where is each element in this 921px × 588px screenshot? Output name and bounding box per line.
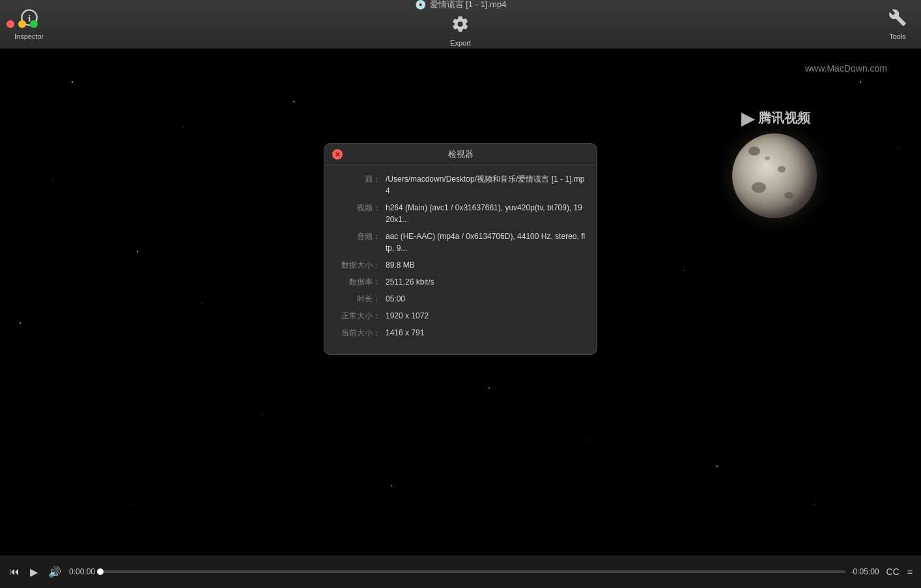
star xyxy=(716,466,718,467)
play-icon: ▶ xyxy=(741,107,756,129)
export-icon xyxy=(451,15,470,38)
data-size-row: 数据大小： 89.8 MB xyxy=(335,259,586,271)
export-label: Export xyxy=(450,39,471,47)
window-controls xyxy=(7,20,38,28)
normal-size-label: 正常大小： xyxy=(335,310,380,322)
toolbar-center: 💿 爱情谎言 [1 - 1].mp4 Export xyxy=(415,0,507,50)
audio-value: aac (HE-AAC) (mp4a / 0x6134706D), 44100 … xyxy=(386,231,586,254)
current-size-label: 当前大小： xyxy=(335,327,380,339)
star xyxy=(391,485,392,486)
duration-row: 时长： 05:00 xyxy=(335,293,586,305)
tencent-logo: ▶ 腾讯视频 xyxy=(741,107,810,129)
toolbar: i Inspector 💿 爱情谎言 [1 - 1].mp4 Export xyxy=(0,0,921,49)
inspector-label: Inspector xyxy=(14,33,44,40)
source-label: 源： xyxy=(335,173,380,197)
close-button[interactable] xyxy=(7,20,14,28)
star xyxy=(20,322,21,324)
dialog-title: 检视器 xyxy=(448,148,474,160)
star xyxy=(52,179,53,180)
star xyxy=(814,505,815,505)
current-size-value: 1416 x 791 xyxy=(386,327,424,339)
bitrate-label: 数据率： xyxy=(335,276,380,288)
bottom-bar: ⏮ ▶ 🔊 0:00:00 -0:05:00 CC ≡ xyxy=(0,555,921,588)
window-title: 爱情谎言 [1 - 1].mp4 xyxy=(430,0,507,10)
rewind-button[interactable]: ⏮ xyxy=(7,563,22,580)
remaining-time: -0:05:00 xyxy=(851,567,879,576)
maximize-button[interactable] xyxy=(30,20,38,28)
normal-size-row: 正常大小： 1920 x 1072 xyxy=(335,310,586,322)
star xyxy=(137,251,138,252)
video-area: ▶ 腾讯视频 ✕ 检视器 源： /Users/macdown/Desktop/视… xyxy=(0,49,921,555)
source-row: 源： /Users/macdown/Desktop/视频和音乐/爱情谎言 [1 … xyxy=(335,173,586,197)
star xyxy=(365,368,365,369)
audio-label: 音频： xyxy=(335,231,380,254)
tencent-text: 腾讯视频 xyxy=(758,109,810,127)
star xyxy=(72,81,73,83)
star xyxy=(182,127,183,128)
inspector-dialog: ✕ 检视器 源： /Users/macdown/Desktop/视频和音乐/爱情… xyxy=(324,143,597,355)
video-value: h264 (Main) (avc1 / 0x31637661), yuv420p… xyxy=(386,202,586,225)
video-label: 视频： xyxy=(335,202,380,225)
star xyxy=(293,101,294,102)
normal-size-value: 1920 x 1072 xyxy=(386,310,429,322)
export-button[interactable]: Export xyxy=(442,12,479,50)
chapters-button[interactable]: ≡ xyxy=(905,565,914,579)
dialog-close-button[interactable]: ✕ xyxy=(332,149,343,160)
subtitles-button[interactable]: CC xyxy=(885,565,901,579)
tools-button[interactable]: Tools xyxy=(881,5,914,44)
title-bar: 💿 爱情谎言 [1 - 1].mp4 xyxy=(415,0,507,10)
star xyxy=(899,147,900,147)
tools-label: Tools xyxy=(889,33,906,40)
star xyxy=(586,440,587,440)
toolbar-right: Tools xyxy=(791,5,921,44)
star xyxy=(684,270,685,271)
dialog-body: 源： /Users/macdown/Desktop/视频和音乐/爱情谎言 [1 … xyxy=(324,165,597,354)
minimize-button[interactable] xyxy=(18,20,26,28)
svg-text:www.MacDown.com: www.MacDown.com xyxy=(804,63,887,74)
duration-value: 05:00 xyxy=(386,293,405,305)
star xyxy=(261,413,261,414)
video-row: 视频： h264 (Main) (avc1 / 0x31637661), yuv… xyxy=(335,202,586,225)
volume-button[interactable]: 🔊 xyxy=(46,563,64,581)
bottom-right-controls: CC ≡ xyxy=(885,565,914,579)
progress-bar[interactable] xyxy=(100,570,845,573)
source-value: /Users/macdown/Desktop/视频和音乐/爱情谎言 [1 - 1… xyxy=(386,173,586,197)
play-pause-button[interactable]: ▶ xyxy=(27,563,40,581)
current-time: 0:00:00 xyxy=(69,567,95,576)
data-size-label: 数据大小： xyxy=(335,259,380,271)
star xyxy=(202,303,203,303)
disc-icon: 💿 xyxy=(415,0,426,10)
tools-icon xyxy=(888,8,907,31)
dialog-titlebar: ✕ 检视器 xyxy=(324,144,597,165)
star xyxy=(489,387,490,389)
progress-thumb xyxy=(97,568,104,575)
bitrate-row: 数据率： 2511.26 kbit/s xyxy=(335,276,586,288)
data-size-value: 89.8 MB xyxy=(386,259,415,271)
star xyxy=(130,505,131,505)
watermark: www.MacDown.com xyxy=(781,59,911,80)
current-size-row: 当前大小： 1416 x 791 xyxy=(335,327,586,339)
moon-image xyxy=(732,133,817,218)
star xyxy=(860,81,861,83)
audio-row: 音频： aac (HE-AAC) (mp4a / 0x6134706D), 44… xyxy=(335,231,586,254)
bitrate-value: 2511.26 kbit/s xyxy=(386,276,434,288)
duration-label: 时长： xyxy=(335,293,380,305)
